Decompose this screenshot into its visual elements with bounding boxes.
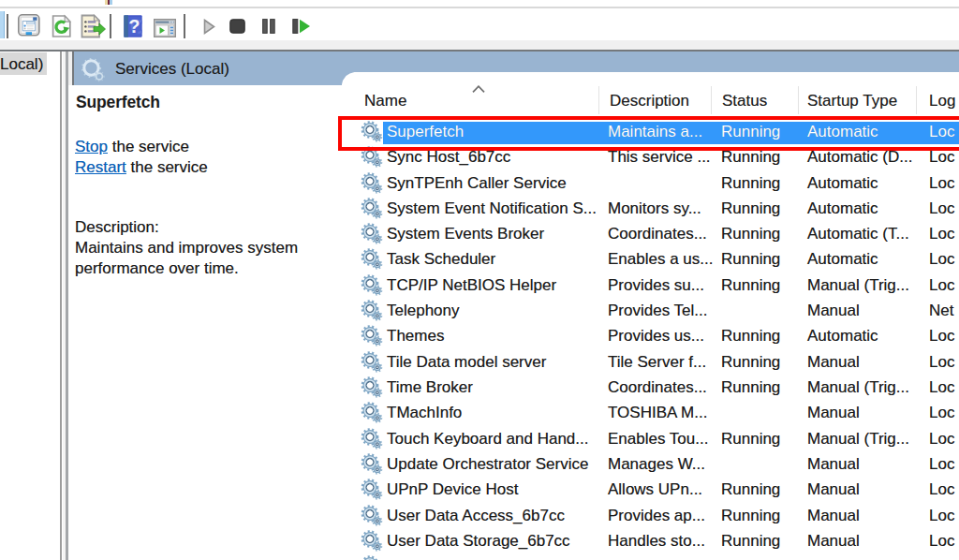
svg-text:?: ? bbox=[128, 16, 140, 37]
